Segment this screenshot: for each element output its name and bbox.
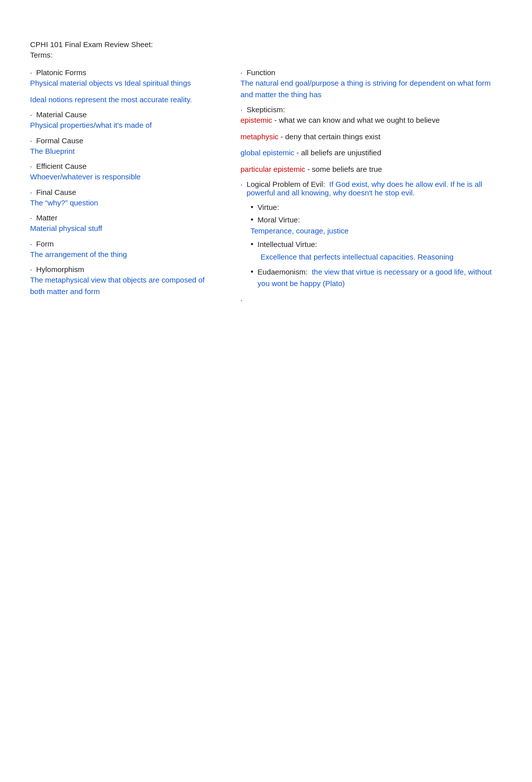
bullet-dot: · — [30, 68, 32, 77]
form-block: · Form The arrangement of the thing — [30, 239, 220, 260]
matter-term: Matter — [36, 213, 58, 222]
bullet-dot: · — [30, 162, 32, 170]
skepticism-global-epistemic: global epistemic - all beliefs are unjus… — [240, 147, 502, 159]
circle-dot: ● — [250, 204, 253, 209]
function-block: · Function The natural end goal/purpose … — [240, 68, 502, 100]
logical-problem-item: · Logical Problem of Evil: If God exist,… — [240, 180, 502, 197]
hylomorphism-desc: The metaphysical view that objects are c… — [30, 275, 220, 297]
skepticism-block: · Skepticism: epistemic - what we can kn… — [240, 105, 502, 175]
platonic-forms-desc2: Ideal notions represent the most accurat… — [30, 94, 220, 106]
efficient-cause-block: · Efficient Cause Whoever/whatever is re… — [30, 162, 220, 183]
final-cause-item: · Final Cause — [30, 188, 220, 196]
intellectual-virtue-label: Intellectual Virtue: — [257, 239, 317, 250]
moral-virtue-desc: Temperance, courage, justice — [250, 226, 502, 235]
bullet-dot: · — [30, 213, 32, 222]
matter-desc: Material physical stuff — [30, 223, 220, 234]
final-cause-block: · Final Cause The “why?” question — [30, 188, 220, 209]
particular-epistemic-desc: - some beliefs are true — [305, 165, 382, 173]
logical-problem-desc: If God exist, why does he allow evil. If… — [246, 180, 482, 197]
efficient-cause-desc: Whoever/whatever is responsible — [30, 171, 220, 183]
right-column: · Function The natural end goal/purpose … — [240, 68, 502, 303]
matter-item: · Matter — [30, 213, 220, 222]
left-column: · Platonic Forms Physical material objec… — [30, 68, 220, 302]
platonic-forms-term: Platonic Forms — [36, 68, 86, 77]
bullet-dot: · — [240, 105, 242, 114]
metaphysic-desc: - deny that certain things exist — [279, 132, 380, 141]
platonic-forms-block: · Platonic Forms Physical material objec… — [30, 68, 220, 105]
virtue-item: ● Virtue: — [250, 202, 502, 213]
intellectual-virtue-desc: Excellence that perfects intellectual ca… — [260, 251, 502, 263]
logical-problem-term: Logical Problem of Evil: If God exist, w… — [246, 180, 502, 197]
epistemic-label: epistemic — [240, 116, 272, 124]
form-term: Form — [36, 239, 54, 248]
circle-dot: ● — [250, 269, 253, 274]
bullet-dot: · — [240, 180, 242, 188]
particular-epistemic-label: particular epistemic — [240, 165, 305, 173]
global-epistemic-label: global epistemic — [240, 148, 295, 157]
metaphysic-label: metaphysic — [240, 132, 279, 141]
matter-block: · Matter Material physical stuff — [30, 213, 220, 234]
bullet-dot: · — [30, 188, 32, 196]
efficient-cause-term: Efficient Cause — [36, 162, 87, 170]
function-item: · Function — [240, 68, 502, 77]
formal-cause-desc: The Blueprint — [30, 146, 220, 157]
bullet-dot: · — [30, 110, 32, 119]
moral-virtue-label: Moral Virtue: — [257, 214, 300, 226]
material-cause-term: Material Cause — [36, 110, 87, 119]
final-cause-term: Final Cause — [36, 188, 76, 196]
formal-cause-term: Formal Cause — [36, 136, 83, 145]
eudaemonism-label: Eudaemonism: the view that virtue is nec… — [257, 267, 502, 289]
form-desc: The arrangement of the thing — [30, 249, 220, 260]
bullet-dot: · — [30, 265, 32, 274]
skepticism-item: · Skepticism: — [240, 105, 502, 114]
formal-cause-item: · Formal Cause — [30, 136, 220, 145]
epistemic-desc: - what we can know and what we ought to … — [272, 116, 439, 124]
hylomorphism-block: · Hylomorphism The metaphysical view tha… — [30, 265, 220, 297]
final-cause-desc: The “why?” question — [30, 197, 220, 209]
moral-virtue-blue-desc: Temperance, courage, justice — [250, 226, 349, 235]
terms-label: Terms: — [30, 51, 502, 59]
global-epistemic-desc: - all beliefs are unjustified — [295, 148, 381, 157]
skepticism-term: Skepticism: — [246, 105, 285, 114]
intellectual-virtue-blue-desc: Excellence that perfects intellectual ca… — [260, 252, 453, 261]
eudaemonism-item: ● Eudaemonism: the view that virtue is n… — [250, 267, 502, 289]
material-cause-desc: Physical properties/what it's made of — [30, 120, 220, 131]
material-cause-item: · Material Cause — [30, 110, 220, 119]
function-term: Function — [246, 68, 276, 77]
hylomorphism-term: Hylomorphism — [36, 265, 84, 274]
eudaemonism-inline-desc: the view that virtue is necessary or a g… — [257, 268, 492, 288]
page-title: CPHI 101 Final Exam Review Sheet: — [30, 40, 502, 49]
hylomorphism-item: · Hylomorphism — [30, 265, 220, 274]
bullet-dot: · — [240, 68, 242, 77]
skepticism-epistemic: epistemic - what we can know and what we… — [240, 115, 502, 126]
function-desc: The natural end goal/purpose a thing is … — [240, 78, 502, 100]
bullet-dot: · — [30, 239, 32, 248]
trailing-dot: . — [240, 294, 502, 303]
platonic-forms-item: · Platonic Forms — [30, 68, 220, 77]
virtue-label: Virtue: — [257, 202, 279, 213]
skepticism-metaphysic: metaphysic - deny that certain things ex… — [240, 131, 502, 143]
skepticism-particular-epistemic: particular epistemic - some beliefs are … — [240, 164, 502, 175]
intellectual-virtue-item: ● Intellectual Virtue: — [250, 239, 502, 250]
circle-dot: ● — [250, 216, 253, 222]
material-cause-block: · Material Cause Physical properties/wha… — [30, 110, 220, 131]
logical-problem-block: · Logical Problem of Evil: If God exist,… — [240, 180, 502, 197]
circle-dot: ● — [250, 241, 253, 246]
formal-cause-block: · Formal Cause The Blueprint — [30, 136, 220, 157]
efficient-cause-item: · Efficient Cause — [30, 162, 220, 170]
virtue-list-block: ● Virtue: ● Moral Virtue: Temperance, co… — [240, 202, 502, 289]
platonic-forms-desc1: Physical material objects vs Ideal spiri… — [30, 78, 220, 89]
moral-virtue-item: ● Moral Virtue: — [250, 214, 502, 226]
bullet-dot: · — [30, 136, 32, 145]
form-item: · Form — [30, 239, 220, 248]
